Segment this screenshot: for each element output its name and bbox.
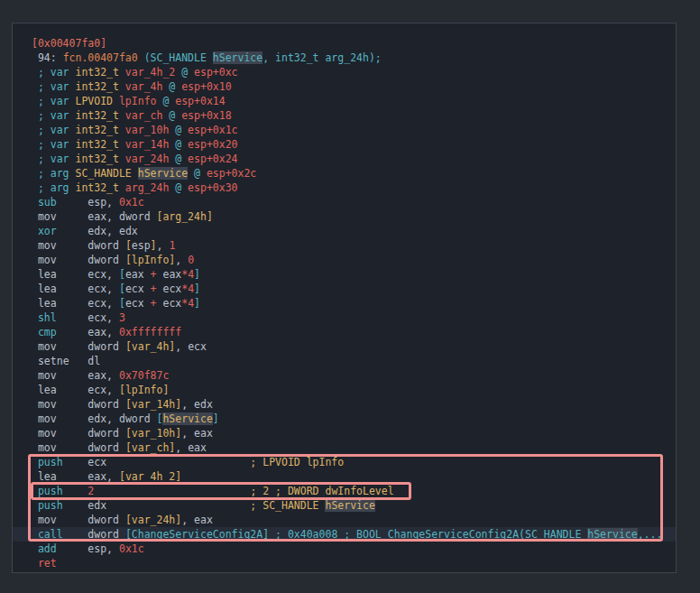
asm-line[interactable]: shl ecx, 3	[13, 310, 676, 325]
asm-token: ,	[157, 239, 170, 252]
asm-token: +	[151, 297, 157, 310]
asm-token: ,	[175, 254, 188, 266]
asm-token: 0x1c	[119, 196, 144, 208]
asm-token: ecx,	[57, 268, 119, 281]
asm-token	[32, 412, 38, 425]
asm-token	[106, 456, 250, 468]
asm-line[interactable]: 94: fcn.00407fa0 (SC_HANDLE hService, in…	[13, 51, 676, 65]
asm-line[interactable]: lea ecx, [ecx + ecx*4]	[13, 296, 676, 310]
asm-line[interactable]: mov dword [var_4h], ecx	[13, 339, 676, 354]
asm-token: ecx	[125, 283, 151, 295]
asm-token: eax	[157, 268, 182, 281]
asm-line[interactable]: mov eax, dword [arg_24h]	[13, 209, 676, 224]
asm-line[interactable]: ; var int32_t var_ch @ esp+0x18	[13, 108, 676, 123]
asm-token: *4	[181, 297, 194, 310]
asm-token: var_4h_2	[125, 66, 175, 79]
asm-token: SC_HANDLE	[75, 167, 137, 180]
asm-token: ecx	[125, 297, 151, 310]
asm-token: mov	[38, 427, 57, 440]
asm-line[interactable]: mov dword [esp], 1	[13, 238, 676, 253]
asm-token: ]	[213, 412, 219, 425]
asm-token: @	[156, 95, 175, 107]
asm-token	[32, 384, 38, 396]
asm-line[interactable]: call dword [ChangeServiceConfig2A] ; 0x4…	[13, 527, 676, 542]
asm-token: eax, dword	[57, 210, 157, 223]
asm-line[interactable]: add esp, 0x1c	[13, 542, 676, 556]
asm-token: [ChangeServiceConfig2A]	[125, 528, 269, 541]
asm-token: mov	[38, 412, 57, 425]
asm-token: var_4h	[125, 80, 163, 93]
asm-line[interactable]: setne dl	[13, 354, 676, 368]
asm-token	[32, 514, 38, 526]
asm-line[interactable]: mov dword [var_14h], edx	[13, 397, 676, 412]
asm-line[interactable]: mov eax, 0x70f87c	[13, 368, 676, 383]
asm-token	[32, 254, 38, 266]
asm-line[interactable]: cmp eax, 0xffffffff	[13, 325, 676, 339]
asm-token: eax,	[57, 470, 119, 483]
asm-line[interactable]: mov dword [var_ch], eax	[13, 440, 676, 455]
asm-line[interactable]: mov dword [lpInfo], 0	[13, 253, 676, 267]
asm-token: ; var	[32, 138, 75, 151]
asm-token: mov	[38, 514, 57, 526]
asm-line[interactable]: push 2 ; 2 ; DWORD dwInfoLevel	[13, 484, 676, 498]
asm-token	[32, 542, 38, 555]
asm-line[interactable]: mov dword [var_24h], eax	[13, 513, 676, 527]
asm-line[interactable]: ; var int32_t var_10h @ esp+0x1c	[13, 123, 676, 137]
asm-line[interactable]: ; var LPVOID lpInfo @ esp+0x14	[13, 94, 676, 108]
asm-token: 3	[119, 311, 125, 324]
asm-token: , eax	[181, 514, 213, 526]
asm-token: ; var	[32, 153, 75, 165]
asm-token: var_ch	[125, 109, 163, 122]
asm-line[interactable]: mov edx, dword [hService]	[13, 412, 676, 426]
asm-token: esp,	[57, 542, 119, 555]
asm-line[interactable]: lea ecx, [eax + eax*4]	[13, 267, 676, 282]
asm-token	[32, 326, 38, 338]
asm-line[interactable]: lea ecx, [ecx + ecx*4]	[13, 282, 676, 296]
asm-line[interactable]: ; var int32_t var_24h @ esp+0x24	[13, 152, 676, 166]
asm-token: esp+0x1c	[188, 124, 237, 136]
asm-line[interactable]: lea ecx, [lpInfo]	[13, 383, 676, 397]
asm-token: 0x1c	[119, 542, 144, 555]
asm-line[interactable]: ; var int32_t var_4h_2 @ esp+0xc	[13, 65, 676, 79]
asm-token: int32_t	[75, 66, 124, 79]
asm-line[interactable]: xor edx, edx	[13, 224, 676, 238]
asm-line[interactable]: sub esp, 0x1c	[13, 195, 676, 209]
asm-line[interactable]: mov dword [var_10h], eax	[13, 426, 676, 440]
asm-token: dword	[57, 398, 125, 411]
asm-token: push	[38, 485, 63, 497]
disassembly-lines: [0x00407fa0] 94: fcn.00407fa0 (SC_HANDLE…	[13, 23, 676, 570]
asm-token	[32, 355, 38, 367]
asm-token: *4	[181, 283, 194, 295]
asm-token: lea	[38, 384, 57, 396]
asm-token: 0xffffffff	[119, 326, 181, 338]
asm-token: @	[162, 109, 181, 122]
asm-token: esp+0x2c	[207, 167, 256, 180]
asm-token: ; var	[32, 124, 75, 136]
asm-token	[32, 485, 38, 497]
disassembly-panel: [0x00407fa0] 94: fcn.00407fa0 (SC_HANDLE…	[12, 23, 677, 573]
asm-token: , ecx	[175, 340, 207, 353]
asm-token: , eax	[175, 441, 207, 454]
asm-line[interactable]: ; var int32_t var_14h @ esp+0x20	[13, 137, 676, 152]
asm-token: int32_t	[75, 109, 124, 122]
asm-line[interactable]: ; arg SC_HANDLE hService @ esp+0x2c	[13, 166, 676, 181]
asm-token: 0	[188, 254, 194, 266]
asm-line[interactable]: ret	[13, 556, 676, 570]
asm-token: edx, dword	[57, 412, 157, 425]
asm-token: call	[38, 528, 63, 541]
asm-token: hService	[587, 528, 637, 541]
asm-token: ; 2 ; DWORD dwInfoLevel	[250, 485, 393, 497]
asm-line[interactable]: lea eax, [var_4h_2]	[13, 469, 676, 484]
asm-token: @	[162, 80, 181, 93]
asm-line[interactable]: push ecx ; LPVOID lpInfo	[13, 455, 676, 469]
asm-token: hService	[138, 167, 188, 180]
asm-token: setne	[38, 355, 69, 367]
asm-line[interactable]: ; var int32_t var_4h @ esp+0x10	[13, 79, 676, 94]
asm-token	[32, 210, 38, 223]
asm-line[interactable]: ; arg int32_t arg_24h @ esp+0x30	[13, 181, 676, 195]
asm-line[interactable]: push edx ; SC_HANDLE hService	[13, 498, 676, 513]
asm-line[interactable]: [0x00407fa0]	[13, 36, 676, 51]
asm-token: [	[119, 283, 125, 295]
asm-token	[32, 398, 38, 411]
asm-token: dword	[57, 514, 125, 526]
